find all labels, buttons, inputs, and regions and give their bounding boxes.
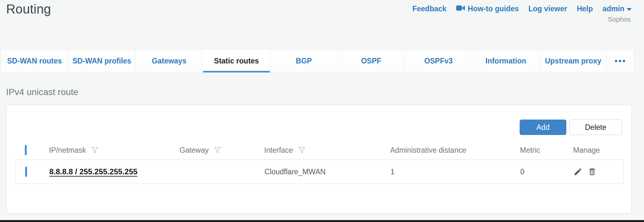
tab-label: Static routes [214, 57, 259, 65]
routing-page: Routing Feedback How-to guides Log viewe… [0, 0, 644, 222]
column-header-metric: Metric [520, 146, 540, 155]
route-metric-value: 0 [520, 168, 524, 176]
ipv4-unicast-route-panel: Add Delete IP/netmask Gateway Interface [6, 105, 632, 214]
tab-upstream-proxy[interactable]: Upstream proxy [540, 50, 607, 72]
tab-label: OSPF [361, 57, 381, 65]
section-title: IPv4 unicast route [6, 87, 78, 97]
tab-label: BGP [296, 57, 312, 65]
more-tabs-button[interactable]: ••• [607, 50, 634, 72]
delete-icon[interactable] [588, 167, 597, 176]
column-header-interface: Interface [264, 146, 293, 155]
user-menu[interactable]: admin [602, 5, 632, 13]
brand-label: Sophos [608, 15, 631, 23]
help-link[interactable]: Help [577, 5, 593, 13]
tab-bgp[interactable]: BGP [270, 50, 338, 72]
route-ip-netmask-link[interactable]: 8.8.8.8 / 255.255.255.255 [49, 167, 138, 176]
tab-label: Upstream proxy [545, 57, 601, 65]
user-menu-label: admin [602, 5, 624, 13]
howto-guides-label: How-to guides [468, 5, 519, 13]
row-checkbox[interactable] [25, 167, 27, 177]
header-links: Feedback How-to guides Log viewer Help a… [412, 5, 632, 13]
log-viewer-link[interactable]: Log viewer [528, 5, 567, 13]
log-viewer-label: Log viewer [528, 5, 567, 13]
table-row: 8.8.8.8 / 255.255.255.255 Cloudflare_MWA… [15, 159, 623, 184]
panel-toolbar: Add Delete [6, 105, 631, 135]
tab-label: SD-WAN routes [7, 57, 62, 65]
howto-guides-link[interactable]: How-to guides [456, 5, 519, 13]
feedback-link-label: Feedback [412, 5, 447, 13]
video-camera-icon [456, 5, 465, 13]
tab-sdwan-profiles[interactable]: SD-WAN profiles [68, 50, 136, 72]
filter-icon[interactable] [91, 147, 99, 154]
filter-icon[interactable] [298, 147, 306, 154]
tab-label: OSPFv3 [424, 57, 453, 65]
edit-icon[interactable] [573, 167, 582, 176]
chevron-down-icon [627, 8, 632, 11]
column-header-gateway: Gateway [179, 146, 209, 155]
add-button[interactable]: Add [520, 120, 566, 135]
routing-tabbar: SD-WAN routes SD-WAN profiles Gateways S… [1, 49, 634, 72]
route-interface-value: Cloudflare_MWAN [264, 168, 326, 176]
tab-ospf[interactable]: OSPF [338, 50, 405, 72]
tab-static-routes[interactable]: Static routes [203, 50, 270, 72]
tab-gateways[interactable]: Gateways [136, 50, 203, 72]
tab-sdwan-routes[interactable]: SD-WAN routes [1, 50, 68, 72]
column-header-ip-netmask: IP/netmask [49, 146, 86, 155]
table-header-row: IP/netmask Gateway Interface Administrat… [15, 143, 623, 157]
help-label: Help [577, 5, 593, 13]
bottom-edge-bar [0, 220, 644, 222]
tab-information[interactable]: Information [472, 50, 540, 72]
column-header-admin-distance: Administrative distance [390, 146, 466, 155]
tab-label: SD-WAN profiles [72, 57, 131, 65]
select-all-checkbox[interactable] [25, 145, 27, 155]
tab-label: Information [485, 57, 526, 65]
filter-icon[interactable] [214, 147, 221, 154]
tab-ospfv3[interactable]: OSPFv3 [405, 50, 472, 72]
tab-label: Gateways [152, 57, 186, 65]
delete-button[interactable]: Delete [569, 120, 622, 135]
column-header-manage: Manage [573, 146, 600, 155]
ellipsis-icon: ••• [615, 56, 626, 66]
feedback-link[interactable]: Feedback [412, 5, 447, 13]
route-admin-distance-value: 1 [390, 168, 395, 176]
page-title: Routing [6, 2, 51, 16]
